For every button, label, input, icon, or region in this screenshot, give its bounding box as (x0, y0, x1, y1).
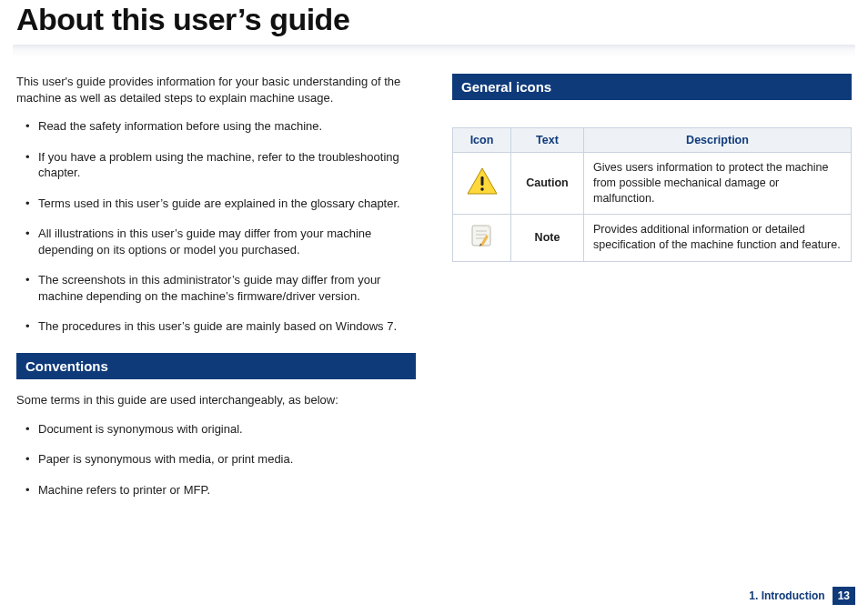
intro-text: This user's guide provides information f… (16, 74, 416, 106)
svg-point-2 (480, 187, 484, 191)
intro-bullets: Read the safety information before using… (16, 118, 416, 335)
left-column: This user's guide provides information f… (16, 74, 416, 512)
note-icon (469, 222, 496, 249)
table-header-row: Icon Text Description (453, 128, 852, 153)
list-item: If you have a problem using the machine,… (16, 149, 416, 181)
conventions-bullets: Document is synonymous with original. Pa… (16, 421, 416, 498)
title-underline (13, 45, 855, 57)
list-item: All illustrations in this user’s guide m… (16, 226, 416, 257)
conventions-sub: Some terms in this guide are used interc… (16, 392, 416, 408)
th-desc: Description (584, 128, 852, 153)
table-row: Note Provides additional information or … (453, 214, 852, 261)
list-item: The procedures in this user’s guide are … (16, 318, 416, 335)
caution-desc: Gives users information to protect the m… (584, 153, 852, 215)
general-icons-heading: General icons (452, 74, 852, 100)
list-item: Terms used in this user’s guide are expl… (16, 196, 416, 212)
list-item: The screenshots in this administrator’s … (16, 272, 416, 304)
conventions-heading: Conventions (16, 353, 416, 379)
table-row: Caution Gives users information to prote… (453, 153, 852, 215)
note-desc: Provides additional information or detai… (584, 214, 852, 261)
note-icon-cell (453, 214, 511, 261)
note-text: Note (511, 214, 584, 261)
page-title: About this user’s guide (0, 0, 868, 45)
footer-chapter: 1. Introduction (749, 589, 824, 602)
list-item: Paper is synonymous with media, or print… (16, 451, 416, 468)
list-item: Document is synonymous with original. (16, 421, 416, 438)
svg-rect-1 (480, 176, 483, 186)
caution-icon-cell (453, 153, 511, 215)
right-column: General icons Icon Text Description (452, 74, 852, 512)
content-columns: This user's guide provides information f… (0, 74, 868, 512)
caution-icon (467, 167, 498, 195)
icons-table: Icon Text Description (452, 127, 852, 262)
page-footer: 1. Introduction 13 (749, 587, 855, 605)
svg-rect-3 (472, 226, 490, 246)
footer-page-number: 13 (833, 587, 855, 605)
list-item: Machine refers to printer or MFP. (16, 482, 416, 498)
caution-text: Caution (511, 153, 584, 215)
th-icon: Icon (453, 128, 511, 153)
th-text: Text (511, 128, 584, 153)
list-item: Read the safety information before using… (16, 118, 416, 135)
